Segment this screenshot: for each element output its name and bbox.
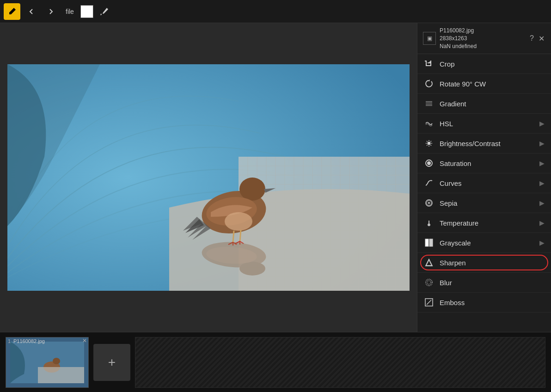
image-canvas [7, 64, 410, 291]
svg-point-42 [428, 142, 431, 145]
menu-item-sepia[interactable]: Sepia ▶ [417, 193, 551, 213]
filmstrip-empty-area [135, 337, 545, 388]
adjustments-menu: Crop Rotate 90° CW Gradient HSL ▶ Bright… [417, 54, 551, 332]
curves-label: Curves [440, 179, 534, 187]
filmstrip-close-button[interactable]: ✕ [82, 338, 87, 343]
menu-item-brightness[interactable]: Brightness/Contrast ▶ [417, 134, 551, 153]
svg-point-51 [427, 281, 431, 284]
canvas-area[interactable] [0, 23, 417, 332]
menu-item-gradient[interactable]: Gradient [417, 94, 551, 114]
meta: NaN undefined [440, 43, 525, 50]
rotate-label: Rotate 90° CW [440, 80, 545, 88]
blur-label: Blur [440, 279, 545, 287]
file-info-text: P1160082.jpg 2838x1263 NaN undefined [440, 27, 525, 50]
svg-point-55 [53, 358, 60, 364]
svg-point-40 [239, 262, 265, 276]
grayscale-icon [424, 238, 434, 248]
sharpen-icon [424, 257, 434, 268]
emboss-label: Emboss [440, 299, 545, 306]
main-area: ▣ P1160082.jpg 2838x1263 NaN undefined ?… [0, 23, 551, 332]
hsl-arrow: ▶ [539, 120, 545, 127]
svg-rect-56 [38, 367, 84, 383]
filmstrip-thumbnail [6, 337, 88, 387]
filmstrip-item[interactable]: 1 P1160082.jpg ✕ [6, 337, 89, 388]
menu-item-blur[interactable]: Blur [417, 273, 551, 293]
back-button[interactable] [23, 3, 40, 20]
help-button[interactable]: ? [529, 33, 535, 44]
temperature-arrow: ▶ [539, 219, 545, 227]
right-panel: ▣ P1160082.jpg 2838x1263 NaN undefined ?… [417, 23, 551, 332]
svg-point-44 [427, 161, 431, 165]
forward-button[interactable] [43, 3, 59, 20]
filmstrip: 1 P1160082.jpg ✕ + [0, 332, 551, 392]
close-panel-button[interactable]: ✕ [538, 33, 545, 44]
sharpen-label: Sharpen [440, 259, 545, 267]
toolbar: file [0, 0, 551, 23]
menu-item-crop[interactable]: Crop [417, 54, 551, 74]
sepia-label: Sepia [440, 199, 534, 207]
menu-item-temperature[interactable]: Temperature ▶ [417, 213, 551, 233]
saturation-label: Saturation [440, 159, 534, 167]
file-info-header: ▣ P1160082.jpg 2838x1263 NaN undefined ?… [417, 23, 551, 54]
menu-item-hsl[interactable]: HSL ▶ [417, 114, 551, 134]
brightness-icon [424, 138, 434, 148]
menu-item-grayscale[interactable]: Grayscale ▶ [417, 233, 551, 253]
svg-line-38 [240, 230, 241, 241]
curves-arrow: ▶ [539, 179, 545, 187]
sepia-icon [424, 198, 434, 208]
menu-item-rotate[interactable]: Rotate 90° CW [417, 74, 551, 94]
color-swatch[interactable] [80, 5, 93, 18]
item-filename: P1160082.jpg [13, 338, 45, 344]
blur-icon [424, 277, 434, 288]
svg-point-47 [428, 202, 430, 204]
hsl-icon [424, 118, 434, 129]
file-label: file [62, 8, 78, 15]
svg-line-37 [233, 231, 234, 242]
rotate-icon [424, 79, 434, 89]
menu-item-saturation[interactable]: Saturation ▶ [417, 153, 551, 173]
crop-label: Crop [440, 60, 545, 68]
menu-item-emboss[interactable]: Emboss [417, 293, 551, 312]
grayscale-label: Grayscale [440, 239, 534, 247]
hsl-label: HSL [440, 120, 534, 128]
file-info-actions: ? ✕ [529, 33, 545, 44]
emboss-icon [424, 297, 434, 307]
file-type-icon: ▣ [423, 32, 436, 45]
svg-rect-49 [429, 239, 433, 246]
saturation-arrow: ▶ [539, 159, 545, 167]
brightness-label: Brightness/Contrast [440, 140, 534, 147]
temperature-icon [424, 218, 434, 228]
dimensions: 2838x1263 [440, 35, 525, 43]
gradient-label: Gradient [440, 100, 545, 108]
svg-point-36 [225, 212, 252, 231]
sepia-arrow: ▶ [539, 199, 545, 207]
svg-rect-48 [425, 239, 429, 246]
temperature-label: Temperature [440, 219, 534, 227]
add-image-button[interactable]: + [93, 344, 130, 381]
item-number: 1 [8, 338, 11, 344]
menu-item-sharpen[interactable]: Sharpen [417, 253, 551, 273]
brightness-arrow: ▶ [539, 140, 545, 147]
crop-icon [424, 59, 434, 69]
menu-item-curves[interactable]: Curves ▶ [417, 173, 551, 193]
svg-point-50 [426, 279, 432, 286]
add-icon: + [108, 355, 116, 370]
tool-pen-button[interactable] [4, 3, 20, 20]
curves-icon [424, 178, 434, 188]
gradient-icon [424, 98, 434, 109]
svg-point-34 [239, 178, 265, 201]
saturation-icon [424, 158, 434, 168]
grayscale-arrow: ▶ [539, 239, 545, 246]
eyedropper-button[interactable] [96, 3, 113, 20]
filename: P1160082.jpg [440, 27, 525, 35]
